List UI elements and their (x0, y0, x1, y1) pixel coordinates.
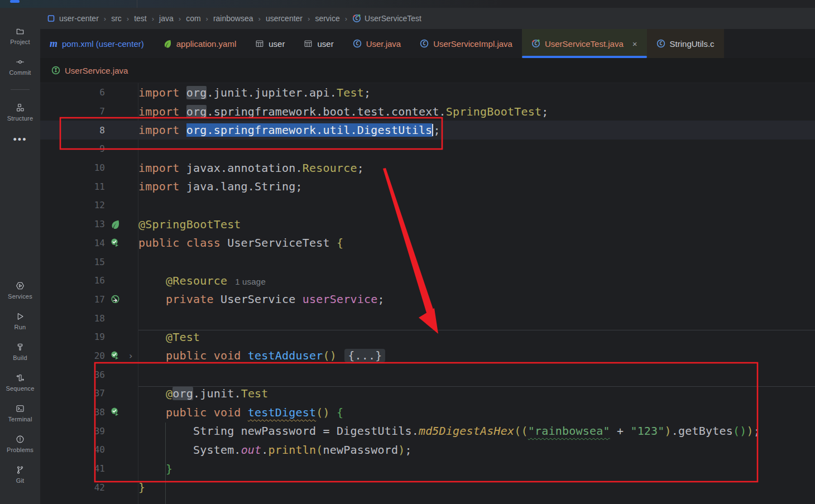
breadcrumb-label: user-center (59, 14, 99, 23)
sidebar-item-project[interactable]: Project (10, 27, 30, 45)
breadcrumb-item-service[interactable]: service (315, 14, 339, 23)
breadcrumb-item-usercenter[interactable]: usercenter (266, 14, 303, 23)
line-number: 13 (40, 219, 107, 229)
code-line-20[interactable]: 20› public void testAdduser() {...} (40, 347, 815, 366)
breadcrumb-item-src[interactable]: src (111, 14, 122, 23)
leaf-gutter-icon[interactable] (107, 219, 123, 229)
more-tool-windows-button[interactable]: ••• (13, 134, 27, 146)
sidebar-item-label: Git (16, 477, 25, 484)
sidebar-item-structure[interactable]: Structure (7, 103, 33, 122)
breadcrumb-item-user-center[interactable]: user-center (47, 14, 99, 23)
line-number: 41 (40, 463, 107, 474)
line-number: 39 (40, 426, 107, 436)
folded-region[interactable]: {...} (344, 349, 385, 362)
line-number: 7 (40, 106, 107, 117)
breadcrumb: user-center›src›test›java›com›rainbowsea… (40, 8, 815, 29)
code-line-18[interactable]: 18 (40, 309, 815, 328)
code-line-17[interactable]: 17 private UserService userService; (40, 290, 815, 309)
code-text: import org.springframework.util.DigestUt… (138, 123, 815, 137)
breadcrumb-item-com[interactable]: com (186, 14, 200, 23)
breadcrumb-label: java (159, 14, 174, 23)
build-icon (16, 343, 25, 352)
code-line-19[interactable]: 19 @Test (40, 328, 815, 347)
folder-icon (16, 27, 25, 36)
bean-gutter-icon[interactable] (107, 295, 123, 304)
code-line-42[interactable]: 42} (40, 478, 815, 497)
line-number: 9 (40, 143, 107, 154)
code-line-10[interactable]: 10import javax.annotation.Resource; (40, 159, 815, 177)
editor-tab-user-java[interactable]: C User.java (343, 29, 411, 58)
code-line-8[interactable]: 8import org.springframework.util.DigestU… (40, 121, 815, 140)
code-text: public class UserServiceTest { (138, 236, 815, 249)
usage-inlay-hint[interactable]: 1 usage (235, 277, 266, 286)
editor-tab-application-yaml[interactable]: application.yaml (154, 29, 246, 58)
code-line-14[interactable]: 14public class UserServiceTest { (40, 234, 815, 253)
code-line-40[interactable]: 40 System.out.println(newPassword); (40, 440, 815, 459)
editor-tab-user[interactable]: user (246, 29, 294, 58)
svg-text:C: C (356, 41, 358, 46)
problems-icon (16, 435, 25, 444)
code-line-12[interactable]: 12 (40, 196, 815, 215)
runcheck-gutter-icon[interactable] (107, 407, 123, 417)
runcheck-gutter-icon[interactable] (107, 238, 123, 248)
sidebar-item-commit[interactable]: Commit (9, 57, 31, 76)
code-line-13[interactable]: 13@SpringBootTest (40, 215, 815, 234)
breadcrumb-separator: › (127, 15, 129, 23)
code-line-7[interactable]: 7import org.springframework.boot.test.co… (40, 102, 815, 121)
code-editor[interactable]: 6import org.junit.jupiter.api.Test;7impo… (40, 83, 815, 504)
editor-tab-user[interactable]: user (294, 29, 343, 58)
table-icon (255, 39, 264, 48)
code-line-38[interactable]: 38 public void testDigest() { (40, 403, 815, 422)
sidebar-item-problems[interactable]: Problems (7, 435, 33, 453)
code-line-36[interactable]: 36 (40, 365, 815, 384)
tab-label: UserServiceTest.java (545, 39, 624, 49)
close-icon[interactable]: × (632, 39, 637, 49)
code-line-15[interactable]: 15 (40, 252, 815, 271)
code-text: @Resource1 usage (138, 274, 815, 287)
svg-text:C: C (534, 41, 537, 46)
sidebar-item-label: Services (8, 293, 32, 300)
editor-tab-userservicetest-java[interactable]: C UserServiceTest.java× (522, 29, 647, 58)
class-icon: C (420, 39, 429, 48)
breadcrumb-item-userservicetest[interactable]: CUserServiceTest (352, 14, 421, 23)
fold-chevron-icon[interactable]: › (123, 351, 138, 361)
code-text: } (138, 462, 815, 476)
code-text: private UserService userService; (138, 292, 815, 306)
breadcrumb-item-test[interactable]: test (134, 14, 147, 23)
sidebar-item-git[interactable]: Git (16, 465, 25, 484)
ide-window: Project Commit Structure••• Services Run… (0, 0, 815, 504)
sidebar-item-services[interactable]: Services (8, 281, 32, 300)
code-line-6[interactable]: 6import org.junit.jupiter.api.Test; (40, 83, 815, 102)
code-line-16[interactable]: 16 @Resource1 usage (40, 271, 815, 290)
code-line-37[interactable]: 37 @org.junit.Test (40, 384, 815, 403)
code-line-39[interactable]: 39 String newPassword = DigestUtils.md5D… (40, 421, 815, 440)
line-number: 19 (40, 332, 107, 342)
code-text: @SpringBootTest (138, 218, 815, 231)
tab-label: application.yaml (176, 39, 237, 49)
sidebar-item-run[interactable]: Run (15, 312, 26, 330)
line-number: 36 (40, 369, 107, 380)
code-line-9[interactable]: 9 (40, 140, 815, 159)
structure-icon (16, 103, 25, 112)
commit-icon (16, 57, 25, 66)
code-line-41[interactable]: 41 } (40, 459, 815, 478)
breadcrumb-item-rainbowsea[interactable]: rainbowsea (213, 14, 253, 23)
breadcrumb-item-java[interactable]: java (159, 14, 174, 23)
related-file-bar[interactable]: I UserService.java (40, 58, 815, 83)
sidebar-item-build[interactable]: Build (13, 343, 27, 361)
editor-tab-pom-xml-user-center-[interactable]: m pom.xml (user-center) (40, 29, 154, 58)
editor-tab-stringutils-c[interactable]: C StringUtils.c (647, 29, 724, 58)
sidebar-item-label: Run (15, 324, 26, 330)
breadcrumb-separator: › (104, 15, 106, 23)
tab-label: pom.xml (user-center) (62, 39, 144, 49)
editor-tab-userserviceimpl-java[interactable]: C UserServiceImpl.java (410, 29, 522, 58)
runcheck-gutter-icon[interactable] (107, 351, 123, 361)
breadcrumb-label: service (315, 14, 339, 23)
sidebar-item-terminal[interactable]: Terminal (8, 404, 32, 423)
line-number: 18 (40, 313, 107, 324)
tab-label: User.java (366, 39, 401, 49)
code-line-11[interactable]: 11import java.lang.String; (40, 177, 815, 196)
breadcrumb-label: UserServiceTest (365, 14, 421, 23)
line-number: 15 (40, 257, 107, 267)
sidebar-item-sequence[interactable]: Sequence (6, 373, 34, 392)
